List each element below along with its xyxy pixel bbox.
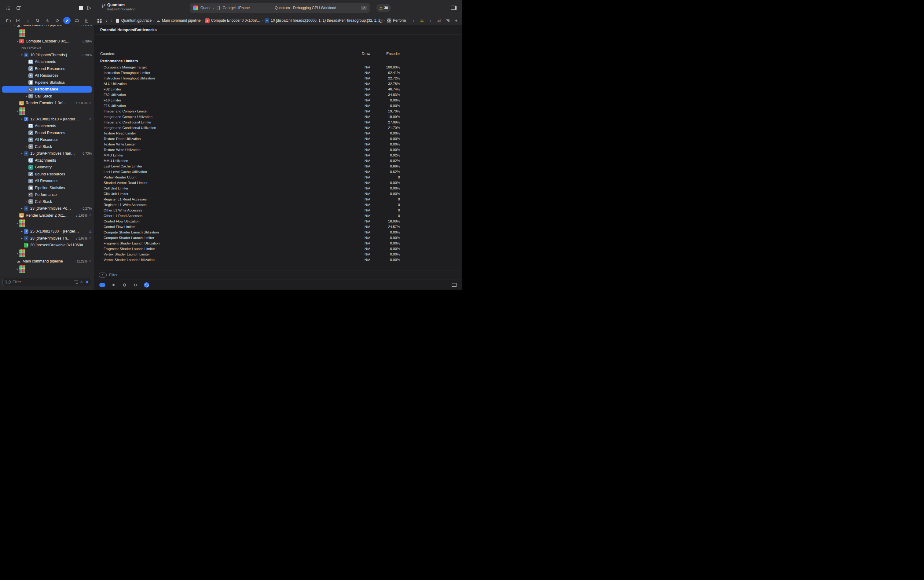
compose-icon[interactable]: [15, 5, 22, 11]
disclosure-chevron-icon[interactable]: ▾: [15, 252, 19, 255]
column-header-encoder[interactable]: Encoder: [386, 52, 400, 56]
gpu-profile-icon[interactable]: [143, 282, 150, 288]
counter-row[interactable]: F32 UtilizationN/A34.83%: [94, 92, 462, 98]
counter-row[interactable]: MMU LimiterN/A0.02%: [94, 153, 462, 158]
breadcrumb-item[interactable]: Quantum.gputrace: [115, 18, 152, 23]
warning-icon[interactable]: ⚠: [419, 18, 425, 23]
navigator-tab-warning-icon[interactable]: ⚠: [44, 17, 51, 24]
counter-row[interactable]: Fragment Shader Launch LimiterN/A0.00%: [94, 246, 462, 252]
tree-thumbnail-row[interactable]: ▾: [0, 107, 94, 116]
tree-item[interactable]: 30 [presentDrawable:0x11060a…: [0, 242, 94, 249]
tree-item[interactable]: Pipeline Statistics: [0, 79, 94, 86]
tree-item[interactable]: Render Encoder 2 0x1…↓ 1.68%⚠: [0, 212, 94, 219]
forward-chevron-icon[interactable]: ›: [110, 18, 113, 23]
disclosure-chevron-icon[interactable]: ▾: [20, 53, 24, 56]
disclosure-chevron-icon[interactable]: ▸: [20, 230, 24, 233]
counter-row[interactable]: F16 UtilizationN/A0.00%: [94, 103, 462, 109]
chevron-left-icon[interactable]: ‹: [411, 18, 416, 23]
scheme-label[interactable]: Quant: [201, 6, 211, 10]
tree-item[interactable]: All Resources: [0, 136, 94, 143]
counter-row[interactable]: Texture Read LimiterN/A0.00%: [94, 131, 462, 136]
tree-item[interactable]: ▾10 [dispatchThreads:{…↑ 8.98%: [0, 52, 94, 59]
counter-row[interactable]: Vertex Shader Launch UtilizationN/A0.00%: [94, 257, 462, 263]
counter-row[interactable]: Clip Unit LimiterN/A0.00%: [94, 191, 462, 197]
counter-row[interactable]: MMU UtilizationN/A0.02%: [94, 158, 462, 164]
tree-thumbnail-row[interactable]: ▾: [0, 219, 94, 228]
counter-row[interactable]: Texture Write LimiterN/A0.00%: [94, 142, 462, 147]
disclosure-chevron-icon[interactable]: ▾: [15, 110, 19, 113]
counter-row[interactable]: Texture Write UtilizationN/A0.00%: [94, 147, 462, 153]
counter-row[interactable]: Texture Read UtilizationN/A0.00%: [94, 136, 462, 142]
counter-row[interactable]: Control Flow UtilizationN/A18.08%: [94, 219, 462, 224]
stop-button[interactable]: [79, 6, 83, 10]
navigator-tab-diamond-icon[interactable]: [53, 17, 61, 24]
column-divider[interactable]: [404, 51, 404, 58]
debug-bug-icon[interactable]: [121, 282, 127, 288]
step-forward-icon[interactable]: [110, 282, 117, 288]
tree-item[interactable]: Performance: [0, 86, 94, 93]
resource-thumbnail[interactable]: [19, 29, 25, 37]
tree-item[interactable]: All Resources: [0, 72, 94, 79]
breadcrumb-item[interactable]: Performance: [387, 18, 407, 23]
disclosure-chevron-icon[interactable]: ▸: [25, 200, 28, 203]
disclosure-chevron-icon[interactable]: ▾: [12, 25, 16, 26]
disclosure-chevron-icon[interactable]: ▸: [20, 207, 24, 210]
refresh-icon[interactable]: ↻: [132, 282, 138, 288]
swap-arrows-icon[interactable]: ⇄: [436, 18, 442, 23]
resource-thumbnail[interactable]: [19, 107, 25, 115]
tree-item[interactable]: Attachments: [0, 122, 94, 130]
counter-row[interactable]: Other L1 Write AccessesN/A0: [94, 208, 462, 213]
resource-thumbnail[interactable]: [19, 219, 25, 227]
warning-count-pill[interactable]: ⚠ 30: [376, 4, 391, 12]
bottom-panel-toggle-icon[interactable]: [451, 282, 457, 288]
tree-item[interactable]: ▾Main command pipeline↑ 12.03%: [0, 25, 94, 29]
line-list-icon[interactable]: [445, 18, 450, 23]
navigator-tab-folder-icon[interactable]: [5, 17, 12, 24]
table-filter-bar[interactable]: Filter: [94, 270, 462, 279]
disclosure-chevron-icon[interactable]: ▾: [15, 268, 19, 271]
resume-button[interactable]: ▷: [87, 4, 91, 12]
tree-item[interactable]: ▸Call Stack: [0, 93, 94, 100]
tree-thumbnail-row[interactable]: ▾: [0, 265, 94, 274]
tree-item[interactable]: Performance: [0, 191, 94, 198]
navigator-tab-search-icon[interactable]: [34, 17, 41, 24]
tree-item[interactable]: Pipeline Statistics: [0, 185, 94, 191]
warning-outline-icon[interactable]: ⚠: [80, 280, 83, 284]
counter-row[interactable]: Register L1 Read AccessesN/A0: [94, 197, 462, 202]
counter-row[interactable]: F32 LimiterN/A46.74%: [94, 87, 462, 92]
counter-row[interactable]: Fragment Shader Launch UtilizationN/A0.0…: [94, 241, 462, 246]
tree-item[interactable]: ▾15 [drawPrimitives:Trian…0.73%: [0, 150, 94, 157]
counter-row[interactable]: Compute Shader Launch UtilizationN/A0.00…: [94, 230, 462, 235]
counter-row[interactable]: F16 LimiterN/A0.00%: [94, 98, 462, 103]
tree-item[interactable]: ▸Call Stack: [0, 143, 94, 150]
tree-item[interactable]: Bound Resources: [0, 130, 94, 137]
column-header-counters[interactable]: Counters: [100, 52, 115, 56]
counter-row[interactable]: Integer and Complex LimiterN/A19.70%: [94, 109, 462, 114]
window-list-icon[interactable]: [5, 5, 12, 11]
tree-item[interactable]: ▸28 [drawPrimitives:Tri…↓ 1.67%⚠: [0, 235, 94, 242]
navigator-tab-annotate-icon[interactable]: [63, 17, 71, 24]
breadcrumb-item[interactable]: Compute Encoder 0 0x10b8…: [205, 18, 260, 23]
counter-row[interactable]: Vertex Shader Launch LimiterN/A0.00%: [94, 252, 462, 257]
breadcrumb-item[interactable]: Main command pipeline: [156, 18, 201, 23]
counter-row[interactable]: Other L1 Read AccessesN/A0: [94, 213, 462, 219]
disclosure-chevron-icon[interactable]: ▸: [25, 95, 28, 98]
navigator-tab-comment-capsule-icon[interactable]: [73, 17, 81, 24]
navigator-tab-close-box-icon[interactable]: [14, 17, 22, 24]
counter-row[interactable]: Compute Shader Launch LimiterN/A0.00%: [94, 235, 462, 241]
tree-item[interactable]: Attachments: [0, 58, 94, 65]
tree-item[interactable]: ▸25 0x10b827330 = [render…⚠: [0, 228, 94, 235]
add-icon[interactable]: +: [453, 18, 459, 23]
counter-row[interactable]: Control Flow LimiterN/A24.57%: [94, 224, 462, 230]
column-divider[interactable]: [343, 51, 343, 58]
counter-row[interactable]: Last Level Cache UtilizationN/A0.62%: [94, 169, 462, 175]
counter-row[interactable]: Integer and Conditional UtilizationN/A21…: [94, 125, 462, 131]
counter-row[interactable]: Instruction Throughput LimiterN/A62.41%: [94, 70, 462, 76]
navigator-tab-report-icon[interactable]: [83, 17, 90, 24]
tree-item[interactable]: All Resources: [0, 178, 94, 185]
right-panel-toggle-icon[interactable]: [450, 5, 457, 11]
counter-row[interactable]: Last Level Cache LimiterN/A0.69%: [94, 164, 462, 169]
tree-item[interactable]: ▾Compute Encoder 0 0x1…↑ 8.98%: [0, 38, 94, 45]
counter-row[interactable]: Occupancy Manager TargetN/A100.00%: [94, 65, 462, 70]
counter-row[interactable]: Integer and Conditional LimiterN/A27.09%: [94, 120, 462, 125]
